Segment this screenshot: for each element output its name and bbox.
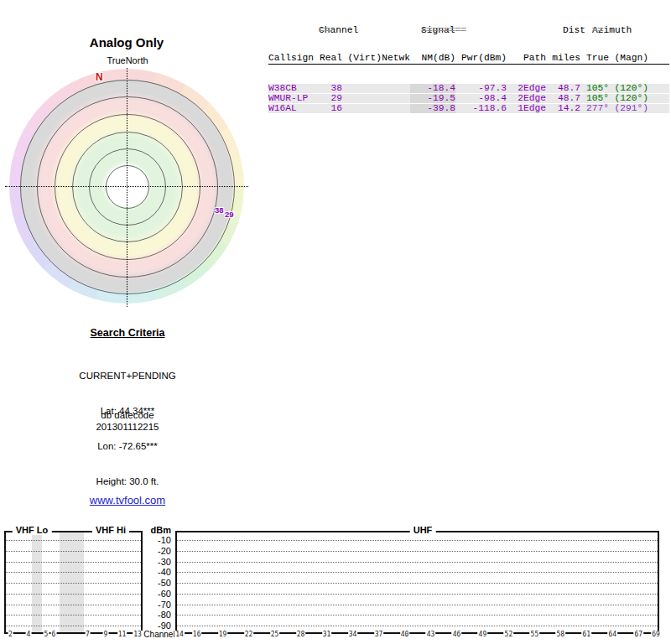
cell-virt xyxy=(342,104,382,113)
gridline--40 xyxy=(177,572,658,573)
radar-point-label-29: 29 xyxy=(225,210,234,219)
gridline--80 xyxy=(177,615,658,615)
cell-netwk xyxy=(382,94,410,103)
gridline--90 xyxy=(177,626,658,626)
channel-tick: 22 xyxy=(244,631,254,638)
db-datecode-block: db datecode 201301112215 xyxy=(96,409,159,433)
cell-path: 2Edge xyxy=(507,94,546,103)
channel-axis-label: Channel xyxy=(143,630,176,639)
table-row: W38CB38-18.4-97.32Edge48.7105°(120°) xyxy=(268,84,669,93)
cell-virt xyxy=(342,94,382,103)
gridline--20 xyxy=(6,551,141,552)
column-header-pwr: Pwr(dBm) xyxy=(455,54,507,63)
dbm-tick: -50 xyxy=(141,578,171,588)
gridline--80 xyxy=(6,615,141,615)
channel-tick: 37 xyxy=(374,631,384,638)
channel-tick: 25 xyxy=(270,631,280,638)
channel-tick: 9 xyxy=(103,631,109,638)
table-body: W38CB38-18.4-97.32Edge48.7105°(120°)WMUR… xyxy=(268,84,669,113)
cell-callsign: W16AL xyxy=(268,104,320,113)
channel-tick: 5 xyxy=(44,631,49,638)
dbm-tick: -30 xyxy=(141,557,171,567)
cell-callsign: W38CB xyxy=(268,84,320,93)
cell-path: 1Edge xyxy=(507,104,546,113)
dbm-tick: -10 xyxy=(141,535,171,545)
uhf-chart-box xyxy=(175,531,659,634)
cell-true_az: 105° xyxy=(580,84,609,93)
dbm-tick: -60 xyxy=(141,589,171,599)
search-criteria-mode: CURRENT+PENDING xyxy=(79,370,175,382)
channel-tick: 14 xyxy=(174,631,185,638)
channel-tick: 69 xyxy=(651,631,661,638)
column-header-nm: NM(dB) xyxy=(410,54,455,63)
radar-title: Analog Only xyxy=(90,35,164,49)
channel-tick: 31 xyxy=(322,631,332,638)
cell-real: 38 xyxy=(320,84,342,93)
channel-tick: 61 xyxy=(582,631,592,638)
north-marker: N xyxy=(96,71,103,83)
search-criteria-lon: Lon: -72.65*** xyxy=(79,440,175,452)
channel-tick: 49 xyxy=(478,631,488,638)
gridline--60 xyxy=(6,594,141,595)
db-datecode-value: 201301112215 xyxy=(96,421,159,433)
cell-magn_az: (120°) xyxy=(609,94,648,103)
tvfool-link[interactable]: www.tvfool.com xyxy=(90,494,165,506)
channel-tick: 28 xyxy=(296,631,306,638)
column-header-path: Path xyxy=(507,54,546,63)
cell-netwk xyxy=(382,104,410,113)
true-north-label: TrueNorth xyxy=(107,55,148,65)
gridline--10 xyxy=(6,540,141,541)
channel-tick: 6 xyxy=(51,631,57,638)
cell-real: 16 xyxy=(320,104,342,113)
column-header-true_az: True xyxy=(580,54,609,63)
cell-callsign: WMUR-LP xyxy=(268,94,320,103)
channel-tick: 55 xyxy=(530,631,540,638)
table-row: W16AL16-39.8-118.61Edge14.2277°(291°) xyxy=(268,104,669,113)
gridline--40 xyxy=(6,572,141,573)
cell-true_az: 277° xyxy=(580,104,609,113)
channel-tick: 43 xyxy=(426,631,436,638)
table-row: WMUR-LP29-19.5-98.42Edge48.7105°(120°) xyxy=(268,94,669,103)
channel-tick: 4 xyxy=(26,631,32,638)
dbm-tick: -70 xyxy=(141,600,171,610)
cell-pwr: -97.3 xyxy=(455,84,507,93)
cell-path: 2Edge xyxy=(507,84,546,93)
column-header-miles: miles xyxy=(546,54,580,63)
channel-tick: 40 xyxy=(400,631,410,638)
channel-tick: 11 xyxy=(117,631,127,638)
column-header-virt: (Virt) xyxy=(342,54,382,63)
channel-tick: 7 xyxy=(85,631,91,638)
cell-miles: 48.7 xyxy=(546,94,580,103)
channel-tick: 2 xyxy=(8,631,13,638)
table-group-header: ==Channel== ========Signal======== Dist … xyxy=(268,26,669,35)
cell-pwr: -118.6 xyxy=(455,104,507,113)
gridline--20 xyxy=(177,551,658,552)
uhf-label: UHF xyxy=(410,525,436,535)
db-datecode-label: db datecode xyxy=(96,409,159,421)
cell-real: 29 xyxy=(320,94,342,103)
tvfool-report-page: ==Channel== ========Signal======== Dist … xyxy=(0,0,671,644)
cell-virt xyxy=(342,84,382,93)
cell-nm: -39.8 xyxy=(410,104,455,113)
gridline--30 xyxy=(6,562,141,563)
radar-point-label-38: 38 xyxy=(215,205,224,215)
gridline--50 xyxy=(6,583,141,584)
channel-tick: 16 xyxy=(192,631,202,638)
signal-table: ==Channel== ========Signal======== Dist … xyxy=(268,8,669,132)
vhf-lo-label: VHF Lo xyxy=(13,525,52,535)
cell-true_az: 105° xyxy=(580,94,609,103)
cell-miles: 14.2 xyxy=(546,104,580,113)
gridline--50 xyxy=(177,583,658,584)
group-header-dist: Dist xyxy=(563,26,585,35)
column-header-netwk: Netwk xyxy=(382,54,410,63)
cell-filler xyxy=(648,84,669,93)
gridline--10 xyxy=(177,540,658,541)
cell-pwr: -98.4 xyxy=(455,94,507,103)
gridline--70 xyxy=(177,605,658,605)
column-header-real: Real xyxy=(320,54,342,63)
cell-nm: -19.5 xyxy=(410,94,455,103)
dbm-tick: -80 xyxy=(141,610,171,620)
radar-ring-outline xyxy=(106,165,149,209)
vhf-hi-label: VHF Hi xyxy=(92,525,129,535)
cell-filler xyxy=(648,104,669,113)
